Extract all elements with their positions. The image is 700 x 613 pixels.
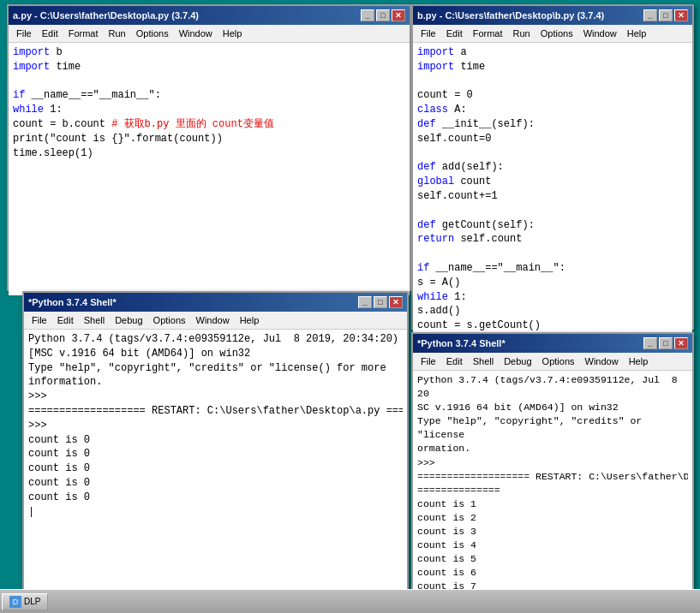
shell-b-titlebar: *Python 3.7.4 Shell* _ □ ✕ [413, 334, 692, 353]
shell-output-3: count is 0 [28, 461, 403, 476]
code-line: count = s.getCount() [417, 318, 688, 333]
shell-cursor[interactable]: | [28, 505, 403, 520]
menu-window-b[interactable]: Window [578, 27, 622, 40]
shell-b-buttons: _ □ ✕ [643, 337, 688, 349]
menu-edit-b[interactable]: Edit [441, 27, 468, 40]
code-line [417, 204, 688, 218]
shell-b-minimize[interactable]: _ [643, 337, 657, 349]
shell-a-menu-debug[interactable]: Debug [110, 313, 147, 327]
minimize-button-b[interactable]: _ [643, 9, 657, 21]
editor-a-menubar: File Edit Format Run Options Window Help [9, 25, 410, 43]
code-line: s.add() [417, 304, 688, 318]
shell-a-maximize[interactable]: □ [374, 296, 387, 308]
shell-b-title: *Python 3.7.4 Shell* [417, 338, 506, 348]
editor-a-window[interactable]: a.py - C:\Users\father\Desktop\a.py (3.7… [7, 4, 411, 291]
shell-b-menubar: File Edit Shell Debug Options Window Hel… [413, 353, 692, 371]
code-line: import a [417, 45, 688, 60]
menu-options-b[interactable]: Options [535, 27, 578, 40]
editor-a-title: a.py - C:\Users\father\Desktop\a.py (3.7… [13, 10, 199, 21]
shell-b-prompt: >>> [417, 456, 688, 470]
code-line: self.count=0 [417, 132, 688, 146]
code-line: import time [417, 60, 688, 74]
shell-intro: Python 3.7.4 (tags/v3.7.4:e09359112e, Ju… [28, 332, 403, 390]
shell-b-menu-help[interactable]: Help [624, 354, 654, 368]
editor-a-titlebar: a.py - C:\Users\father\Desktop\a.py (3.7… [9, 6, 410, 25]
shell-b-menu-debug[interactable]: Debug [499, 354, 536, 368]
menu-edit[interactable]: Edit [37, 27, 63, 40]
shell-a-menubar: File Edit Shell Debug Options Window Hel… [24, 312, 407, 330]
shell-a-title: *Python 3.7.4 Shell* [28, 297, 117, 307]
shell-a-menu-help[interactable]: Help [235, 313, 265, 327]
code-line: import time [13, 60, 405, 74]
taskbar: D DLP [0, 589, 700, 613]
menu-help-b[interactable]: Help [622, 27, 652, 40]
shell-b-output-1: count is 1 [417, 497, 688, 511]
code-line: count = b.count # 获取b.py 里面的 count变量值 [13, 117, 405, 132]
titlebar-buttons: _ □ ✕ [361, 9, 405, 21]
editor-b-title: b.py - C:\Users\father\Desktop\b.py (3.7… [417, 10, 604, 21]
code-line: self.count+=1 [417, 189, 688, 204]
code-line: if __name__=="__main__": [417, 261, 688, 276]
shell-output-4: count is 0 [28, 476, 403, 491]
shell-b-close[interactable]: ✕ [674, 337, 688, 349]
shell-b-restart: =================== RESTART: C:\Users\fa… [417, 470, 688, 484]
shell-restart: =================== RESTART: C:\Users\fa… [28, 404, 403, 419]
code-line: count = 0 [417, 88, 688, 103]
menu-run-b[interactable]: Run [508, 27, 535, 40]
shell-a-window[interactable]: *Python 3.7.4 Shell* _ □ ✕ File Edit She… [22, 291, 409, 599]
menu-window[interactable]: Window [174, 27, 218, 40]
shell-output-1: count is 0 [28, 433, 403, 448]
shell-a-menu-edit[interactable]: Edit [52, 313, 79, 327]
shell-a-minimize[interactable]: _ [358, 296, 372, 308]
code-line: if __name__=="__main__": [13, 88, 405, 103]
menu-options[interactable]: Options [131, 27, 174, 40]
shell-a-menu-window[interactable]: Window [191, 313, 235, 327]
editor-a-code[interactable]: import b import time if __name__=="__mai… [9, 43, 410, 295]
menu-format-b[interactable]: Format [468, 27, 508, 40]
menu-format[interactable]: Format [63, 27, 104, 40]
code-line [417, 247, 688, 261]
shell-b-window[interactable]: *Python 3.7.4 Shell* _ □ ✕ File Edit She… [411, 332, 694, 606]
shell-a-output[interactable]: Python 3.7.4 (tags/v3.7.4:e09359112e, Ju… [24, 330, 407, 595]
shell-b-output-2: count is 2 [417, 511, 688, 525]
code-line: s = A() [417, 276, 688, 290]
shell-b-menu-shell[interactable]: Shell [468, 354, 499, 368]
shell-b-menu-edit[interactable]: Edit [441, 354, 468, 368]
shell-a-titlebar: *Python 3.7.4 Shell* _ □ ✕ [24, 293, 407, 312]
shell-a-menu-shell[interactable]: Shell [79, 313, 110, 327]
close-button[interactable]: ✕ [392, 9, 405, 21]
code-line: time.sleep(1) [13, 146, 405, 161]
shell-b-output[interactable]: Python 3.7.4 (tags/v3.7.4:e09359112e, Ju… [413, 371, 692, 613]
code-line: return self.count [417, 232, 688, 247]
shell-b-maximize[interactable]: □ [659, 337, 673, 349]
code-line: def getCount(self): [417, 218, 688, 233]
editor-b-code[interactable]: import a import time count = 0 class A: … [413, 43, 692, 334]
shell-a-menu-options[interactable]: Options [148, 313, 191, 327]
menu-run[interactable]: Run [104, 27, 131, 40]
minimize-button[interactable]: _ [361, 9, 374, 21]
taskbar-dlp[interactable]: D DLP [2, 593, 48, 610]
shell-a-close[interactable]: ✕ [389, 296, 403, 308]
shell-b-menu-options[interactable]: Options [537, 354, 580, 368]
code-line: global count [417, 175, 688, 189]
code-line [13, 74, 405, 89]
close-button-b[interactable]: ✕ [674, 9, 688, 21]
code-line: def add(self): [417, 160, 688, 175]
shell-b-menu-file[interactable]: File [416, 354, 441, 368]
shell-prompt2: >>> [28, 419, 403, 433]
maximize-button[interactable]: □ [376, 9, 390, 21]
shell-b-menu-window[interactable]: Window [580, 354, 624, 368]
maximize-button-b[interactable]: □ [659, 9, 673, 21]
code-line: import b [13, 45, 405, 60]
menu-file[interactable]: File [11, 27, 37, 40]
editor-b-window[interactable]: b.py - C:\Users\father\Desktop\b.py (3.7… [411, 4, 694, 330]
shell-b-restart2: ============== [417, 484, 688, 497]
code-line: while 1: [417, 290, 688, 305]
menu-help[interactable]: Help [218, 27, 248, 40]
taskbar-label: DLP [24, 597, 40, 606]
shell-a-menu-file[interactable]: File [27, 313, 52, 327]
editor-b-titlebar: b.py - C:\Users\father\Desktop\b.py (3.7… [413, 6, 692, 25]
shell-output-2: count is 0 [28, 447, 403, 461]
menu-file-b[interactable]: File [416, 27, 441, 40]
code-line: while 1: [13, 103, 405, 117]
